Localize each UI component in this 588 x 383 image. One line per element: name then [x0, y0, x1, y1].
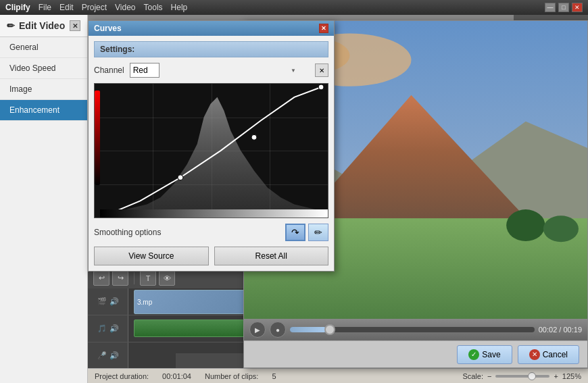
scale-minus-button[interactable]: −	[487, 372, 491, 380]
curves-title-bar: Curves ✕	[89, 21, 334, 36]
menu-project[interactable]: Project	[82, 3, 107, 12]
mic-icon: 🎤	[97, 351, 107, 360]
channel-label: Channel	[94, 66, 124, 75]
edit-video-header: ✏ Edit Video ✕	[0, 15, 87, 37]
eye-button[interactable]: 👁	[159, 271, 175, 286]
close-button[interactable]: ✕	[572, 3, 583, 12]
reset-all-button[interactable]: Reset All	[214, 247, 329, 265]
time-display: 00:02 / 00:19	[539, 326, 582, 334]
cancel-button[interactable]: ✕ Cancel	[518, 345, 579, 364]
scale-value: 125%	[562, 372, 581, 380]
scale-plus-button[interactable]: +	[554, 372, 558, 380]
curves-title: Curves	[94, 24, 122, 33]
title-bar: Clipify File Edit Project Video Tools He…	[0, 0, 588, 15]
smoothing-buttons: ↷ ✏	[285, 224, 328, 241]
text-button[interactable]: T	[140, 271, 156, 286]
title-bar-left: Clipify File Edit Project Video Tools He…	[5, 3, 187, 12]
status-bar: Project duration: 00:01:04 Number of cli…	[88, 368, 588, 383]
nav-item-image[interactable]: Image	[0, 79, 87, 100]
speaker-icon[interactable]: 🔊	[109, 297, 119, 306]
toolbar-separator	[134, 272, 134, 284]
close-panel-button[interactable]: ✕	[70, 20, 80, 31]
svg-point-1	[178, 175, 183, 180]
audio-speaker-icon[interactable]: 🔊	[109, 324, 119, 333]
play-button[interactable]: ▶	[249, 322, 266, 338]
minimize-button[interactable]: —	[545, 3, 556, 12]
edit-icon: ✏	[7, 20, 15, 31]
app-name: Clipify	[5, 3, 30, 12]
curves-body: Settings: Channel Red Green Blue RGB ✕	[89, 36, 334, 271]
clips-count: 5	[272, 372, 276, 380]
smoothing-label: Smoothing options	[94, 228, 161, 237]
view-source-button[interactable]: View Source	[94, 247, 209, 265]
progress-thumb[interactable]	[324, 324, 335, 335]
window-controls: — □ ✕	[545, 3, 583, 12]
music-icon: 🎵	[97, 324, 107, 333]
scale-slider[interactable]	[495, 375, 549, 378]
svg-point-2	[251, 134, 257, 140]
red-gradient-bar	[95, 91, 100, 185]
clips-label: Number of clips:	[205, 372, 258, 380]
menu-edit[interactable]: Edit	[59, 3, 74, 12]
nav-item-video-speed[interactable]: Video Speed	[0, 58, 87, 79]
channel-select[interactable]: Red Green Blue RGB	[130, 63, 160, 78]
redo-button[interactable]: ↪	[112, 271, 128, 286]
pen-tool-button[interactable]: ✏	[308, 224, 328, 241]
save-button[interactable]: ✓ Save	[457, 345, 512, 364]
scale-thumb[interactable]	[528, 372, 536, 380]
svg-point-12	[506, 209, 545, 241]
video-track-controls: 🎬 🔊	[88, 288, 128, 315]
menu-file[interactable]: File	[39, 3, 51, 12]
video-track-icon: 🎬	[97, 297, 107, 306]
undo-button[interactable]: ↩	[93, 271, 109, 286]
mic-track-controls: 🎤 🔊	[88, 342, 128, 369]
channel-select-wrapper: Red Green Blue RGB	[130, 63, 310, 78]
panel-title: Edit Video	[19, 20, 65, 31]
smoothing-row: Smoothing options ↷ ✏	[94, 224, 328, 241]
menu-help[interactable]: Help	[171, 3, 188, 12]
channel-clear-button[interactable]: ✕	[315, 63, 328, 77]
histogram-svg	[100, 84, 328, 218]
channel-row: Channel Red Green Blue RGB ✕	[94, 63, 328, 78]
progress-bar[interactable]	[290, 327, 535, 332]
scale-control: Scale: − + 125%	[462, 372, 581, 380]
audio-track-controls: 🎵 🔊	[88, 315, 128, 342]
curves-dialog: Curves ✕ Settings: Channel Red Green Blu…	[88, 20, 335, 272]
gradient-bar	[100, 209, 328, 218]
progress-fill	[290, 327, 326, 332]
settings-label: Settings:	[94, 41, 328, 57]
nav-item-enhancement[interactable]: Enhancement	[0, 100, 87, 121]
nav-item-general[interactable]: General	[0, 37, 87, 58]
mic-speaker-icon[interactable]: 🔊	[109, 351, 119, 360]
scale-label: Scale:	[462, 372, 483, 380]
nav-items: General Video Speed Image Enhancement	[0, 37, 87, 121]
curves-close-button[interactable]: ✕	[319, 24, 328, 33]
histogram-container	[94, 83, 328, 218]
maximize-button[interactable]: □	[558, 3, 569, 12]
action-buttons: View Source Reset All	[94, 247, 328, 265]
menu-tools[interactable]: Tools	[144, 3, 163, 12]
svg-point-13	[543, 215, 579, 242]
menu-bar: File Edit Project Video Tools Help	[39, 3, 188, 12]
save-cancel-bar: ✓ Save ✕ Cancel	[244, 340, 587, 367]
save-icon: ✓	[468, 349, 479, 360]
left-panel: ✏ Edit Video ✕ General Video Speed Image…	[0, 15, 88, 383]
cancel-icon: ✕	[529, 349, 540, 360]
project-duration-label: Project duration:	[95, 372, 149, 380]
project-duration-value: 00:01:04	[162, 372, 191, 380]
smooth-curve-button[interactable]: ↷	[285, 224, 305, 241]
stop-button[interactable]: ●	[270, 322, 286, 338]
menu-video[interactable]: Video	[115, 3, 135, 12]
preview-controls-bar: ▶ ● 00:02 / 00:19	[244, 319, 587, 340]
svg-point-3	[318, 84, 324, 90]
